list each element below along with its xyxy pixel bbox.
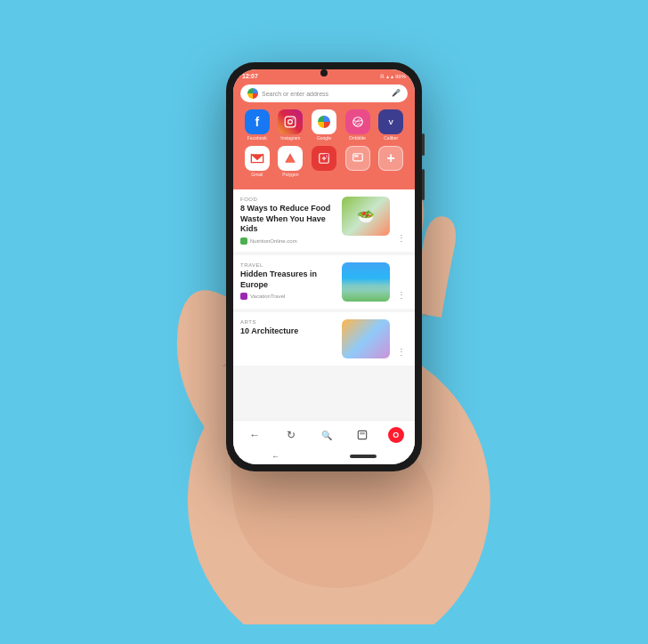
main-scene: 12:07 ℝ ▴ ▴ 99% Search or enter address … (66, 20, 582, 624)
search-input[interactable]: Search or enter address (262, 91, 388, 97)
app-instagram[interactable]: Instagram (278, 109, 303, 141)
news-item-arts[interactable]: ARTS 10 Architecture ⋮ (233, 312, 415, 366)
bluetooth-icon: ℝ (380, 73, 385, 79)
back-button[interactable]: ← (244, 426, 265, 444)
news-title-travel: Hidden Treasures in Europe (240, 270, 336, 290)
svg-point-2 (288, 120, 293, 125)
news-category-arts: ARTS (240, 319, 336, 325)
google-label: Google (317, 135, 331, 141)
news-more-food[interactable]: ⋮ (395, 231, 408, 245)
instagram-label: Instagram (280, 135, 300, 141)
app-gmail[interactable]: Gmail (245, 146, 270, 177)
svg-rect-1 (286, 117, 296, 127)
app-todo[interactable]: 3 (312, 146, 336, 177)
arts-visual (342, 319, 390, 358)
status-icons: ℝ ▴ ▴ 99% (380, 73, 406, 79)
food-visual: 🥗 (342, 197, 390, 236)
dribbble-icon (345, 109, 370, 134)
search-bar[interactable]: Search or enter address 🎤 (240, 85, 408, 102)
volume-button (422, 133, 425, 156)
home-pill[interactable] (350, 455, 377, 458)
news-text-food: FOOD 8 Ways to Reduce Food Waste When Yo… (240, 197, 336, 245)
facebook-icon: f (245, 109, 270, 134)
apps-row-2: Gmail Polygon (240, 146, 408, 177)
news-text-arts: ARTS 10 Architecture (240, 319, 336, 340)
reload-button[interactable]: ↻ (280, 426, 302, 444)
svg-point-3 (293, 118, 294, 119)
polygon-label: Polygon (282, 172, 298, 177)
apps-row-1: f Facebook Instagram (240, 109, 408, 141)
news-item-food[interactable]: FOOD 8 Ways to Reduce Food Waste When Yo… (233, 189, 415, 252)
app-facebook[interactable]: f Facebook (245, 109, 270, 141)
search-button[interactable]: 🔍 (316, 426, 337, 444)
news-source-row-food: NutritionOnline.com (240, 237, 336, 245)
phone-body: 12:07 ℝ ▴ ▴ 99% Search or enter address … (226, 62, 422, 471)
app-add[interactable]: + (378, 146, 403, 177)
facebook-label: Facebook (247, 135, 267, 141)
caliber-icon: V (378, 109, 403, 134)
tabs-icon (345, 146, 370, 171)
news-more-arts[interactable]: ⋮ (395, 345, 408, 358)
app-tabs[interactable] (345, 146, 370, 177)
app-polygon[interactable]: Polygon (278, 146, 303, 177)
svg-rect-13 (353, 155, 358, 157)
svg-rect-15 (360, 432, 365, 434)
mic-icon[interactable]: 🎤 (392, 89, 401, 98)
news-source-row-travel: VacationTravel (240, 293, 336, 300)
app-dribbble[interactable]: Dribbble (345, 109, 370, 141)
source-icon-travel (240, 293, 247, 300)
app-google[interactable]: Google (312, 109, 336, 141)
google-app-icon (312, 109, 336, 134)
news-category-travel: TRAVEL (240, 262, 336, 268)
news-source-travel: VacationTravel (250, 294, 285, 299)
camera-notch (320, 69, 328, 76)
tabs-button[interactable] (352, 426, 373, 444)
add-icon: + (378, 146, 403, 171)
news-item-travel[interactable]: TRAVEL Hidden Treasures in Europe Vacati… (233, 255, 415, 309)
polygon-icon (278, 146, 303, 171)
phone: 12:07 ℝ ▴ ▴ 99% Search or enter address … (226, 62, 422, 471)
power-button (422, 169, 425, 200)
gmail-icon (245, 146, 270, 171)
battery-icon: 99% (395, 74, 406, 79)
news-more-travel[interactable]: ⋮ (395, 288, 408, 302)
travel-visual (342, 262, 390, 302)
caliber-label: Caliber (384, 135, 398, 141)
news-source-food: NutritionOnline.com (250, 238, 297, 244)
phone-screen: 12:07 ℝ ▴ ▴ 99% Search or enter address … (233, 69, 415, 464)
svg-rect-14 (359, 431, 367, 439)
news-image-food: 🥗 (342, 197, 390, 236)
dribbble-label: Dribbble (349, 135, 366, 141)
news-title-food: 8 Ways to Reduce Food Waste When You Hav… (240, 204, 336, 235)
news-text-travel: TRAVEL Hidden Treasures in Europe Vacati… (240, 262, 336, 300)
google-logo (247, 88, 258, 99)
todo-icon: 3 (312, 146, 336, 171)
content-section: FOOD 8 Ways to Reduce Food Waste When Yo… (233, 189, 415, 420)
status-time: 12:07 (242, 73, 258, 79)
bottom-nav: ← ↻ 🔍 O (233, 420, 415, 449)
sys-back-button[interactable]: ← (271, 452, 279, 461)
news-image-travel (342, 262, 390, 302)
system-nav: ← (233, 449, 415, 464)
source-icon-food (240, 237, 247, 245)
news-image-arts (342, 319, 390, 358)
news-category-food: FOOD (240, 197, 336, 202)
wifi-icon: ▴ (386, 73, 389, 79)
instagram-icon (278, 109, 303, 134)
gmail-label: Gmail (251, 172, 263, 177)
opera-button[interactable]: O (388, 427, 404, 443)
top-section: Search or enter address 🎤 f Facebook (233, 81, 415, 189)
app-caliber[interactable]: V Caliber (378, 109, 403, 141)
signal-icon: ▴ (391, 73, 393, 79)
news-title-arts: 10 Architecture (240, 326, 336, 337)
